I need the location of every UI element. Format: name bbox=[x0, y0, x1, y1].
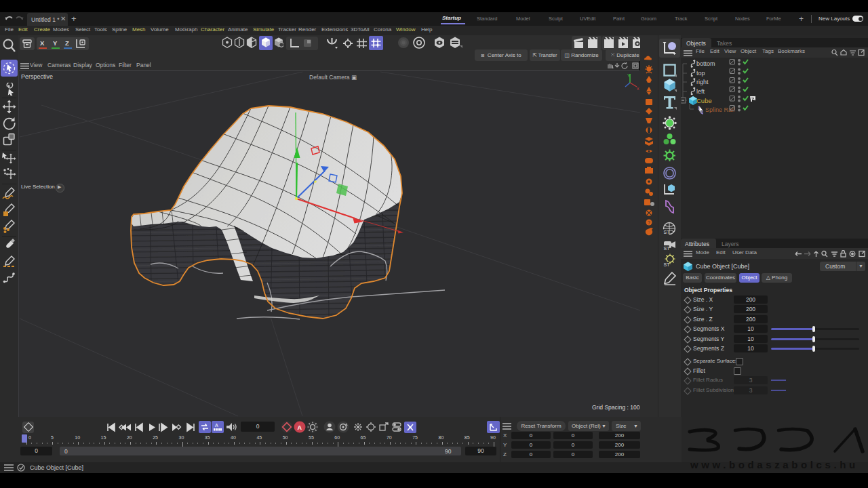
svg-text:top: top bbox=[696, 70, 705, 77]
svg-text:left: left bbox=[696, 88, 705, 95]
svg-text:?: ? bbox=[648, 220, 650, 225]
svg-text:A: A bbox=[215, 423, 218, 428]
svg-text:bottom: bottom bbox=[696, 60, 715, 67]
svg-text:A: A bbox=[298, 424, 302, 431]
svg-text:ST: ST bbox=[664, 262, 671, 267]
svg-text:Y: Y bbox=[627, 73, 631, 78]
svg-text:x: x bbox=[637, 86, 639, 91]
svg-text:right: right bbox=[696, 79, 709, 85]
svg-text:Spline Rail: Spline Rail bbox=[705, 106, 734, 113]
svg-text:ST: ST bbox=[664, 230, 671, 235]
svg-text:Cube: Cube bbox=[696, 97, 712, 104]
svg-text:ST: ST bbox=[664, 246, 671, 251]
svg-text:www.bodaszabolcs.hu: www.bodaszabolcs.hu bbox=[690, 459, 859, 470]
